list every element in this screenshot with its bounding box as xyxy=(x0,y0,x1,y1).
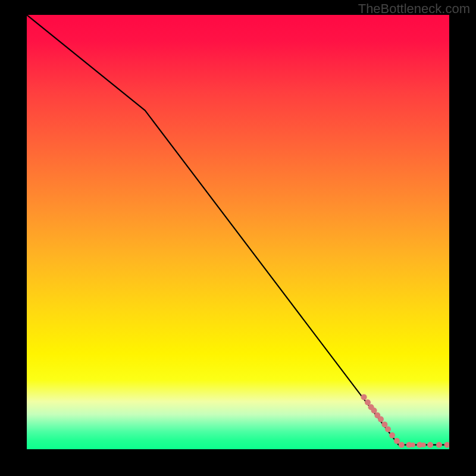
data-point xyxy=(361,394,367,400)
data-point xyxy=(444,442,450,448)
chart-overlay xyxy=(27,15,449,449)
data-point xyxy=(389,433,395,439)
data-point xyxy=(394,438,400,444)
data-point xyxy=(378,416,384,422)
data-point xyxy=(371,408,377,414)
data-point xyxy=(411,443,415,447)
data-point xyxy=(436,442,442,448)
watermark-text: TheBottleneck.com xyxy=(358,1,470,17)
data-point xyxy=(427,442,433,448)
curve-path xyxy=(27,15,449,445)
bottleneck-curve xyxy=(27,15,449,445)
bottleneck-points xyxy=(361,394,449,447)
plot-area xyxy=(27,15,449,449)
data-point xyxy=(421,443,426,447)
data-point xyxy=(399,442,405,448)
data-point xyxy=(385,426,391,432)
